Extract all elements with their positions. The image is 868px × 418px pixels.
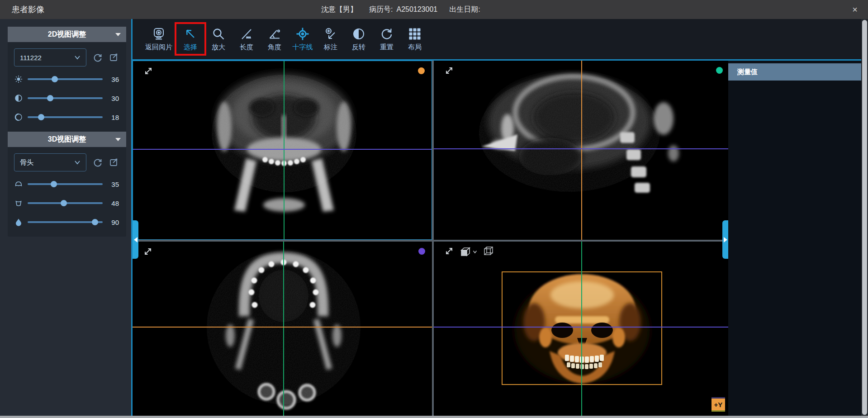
slider-handle[interactable] xyxy=(92,219,98,225)
shell-value: 35 xyxy=(107,180,119,188)
toolbar-reset[interactable]: 重置 xyxy=(374,27,399,52)
patient-info: 沈意【男】 病历号: A250123001 出生日期: xyxy=(321,0,480,19)
crosshair-horizontal-line[interactable] xyxy=(133,149,432,150)
viewport-grid: +Y xyxy=(133,61,728,418)
toolbar-select[interactable]: 选择 xyxy=(178,27,203,52)
collapse-measure-tab[interactable] xyxy=(722,220,728,259)
chevron-down-icon xyxy=(74,160,81,165)
angle-protractor-icon xyxy=(268,27,281,41)
slice-color-dot xyxy=(418,67,425,74)
invert-contrast-icon xyxy=(352,27,365,41)
scrollbar[interactable] xyxy=(861,19,868,416)
chevron-down-icon xyxy=(74,55,81,60)
preset-select-2d[interactable]: 111222 xyxy=(14,48,86,66)
scrollbar-thumb[interactable] xyxy=(862,20,867,415)
gamma-value: 18 xyxy=(107,114,119,121)
measurement-panel: 测量值 xyxy=(728,61,861,418)
crosshair-vertical-line[interactable] xyxy=(283,242,284,418)
toolbar-crosshair[interactable]: 十字线 xyxy=(290,27,315,52)
crosshair-horizontal-line[interactable] xyxy=(133,327,432,328)
brightness-slider-row: 36 xyxy=(14,73,119,86)
adjust-panels: 2D视图调整 111222 xyxy=(8,27,126,237)
contrast-slider-row: 30 xyxy=(14,92,119,104)
crosshair-horizontal-line[interactable] xyxy=(434,327,728,328)
quadrant-3d-volume[interactable]: +Y xyxy=(434,242,728,418)
brightness-icon xyxy=(14,75,23,83)
quadrant-divider-horizontal xyxy=(133,240,728,242)
preset-select-3d[interactable]: 骨头 xyxy=(14,153,86,171)
window-title: 患者影像 xyxy=(12,0,44,19)
quadrant-axial[interactable] xyxy=(133,242,432,418)
reset-icon[interactable] xyxy=(93,157,103,167)
toolbar: 返回阅片 选择 放大 长度 角度 十字线 标注 反转 xyxy=(133,19,868,61)
reset-arrow-icon xyxy=(380,27,394,41)
contrast-slider[interactable] xyxy=(28,97,103,99)
gamma-slider[interactable] xyxy=(28,116,103,118)
toolbar-return-viewer[interactable]: 返回阅片 xyxy=(142,27,175,52)
toolbar-layout[interactable]: 布局 xyxy=(402,27,427,52)
gamma-icon xyxy=(14,113,23,121)
bucket-slider-row: 48 xyxy=(14,197,119,209)
patient-name: 沈意【男】 xyxy=(321,5,357,14)
bucket-value: 48 xyxy=(107,200,119,207)
panel-header-2d[interactable]: 2D视图调整 xyxy=(8,27,126,42)
slider-handle[interactable] xyxy=(38,114,44,120)
cursor-select-icon xyxy=(184,27,197,41)
quadrant-sagittal[interactable] xyxy=(434,61,728,240)
crosshair-vertical-line[interactable] xyxy=(581,61,582,240)
cube-solid-icon[interactable] xyxy=(459,246,477,258)
opacity-slider[interactable] xyxy=(28,221,103,223)
left-sidebar: 2D视图调整 111222 xyxy=(0,19,131,418)
chevron-down-icon xyxy=(115,138,121,141)
brightness-slider[interactable] xyxy=(28,78,103,80)
axis-orientation-badge[interactable]: +Y xyxy=(711,397,725,412)
crosshair-vertical-line[interactable] xyxy=(284,61,285,239)
title-bar: 患者影像 沈意【男】 病历号: A250123001 出生日期: × xyxy=(0,0,868,19)
shell-slider-row: 35 xyxy=(14,178,119,190)
toolbar-invert[interactable]: 反转 xyxy=(346,27,371,52)
record-no-value: A250123001 xyxy=(396,5,437,14)
close-button[interactable]: × xyxy=(848,0,862,19)
triangle-left-icon xyxy=(134,237,138,242)
slider-handle[interactable] xyxy=(51,181,57,187)
reset-icon[interactable] xyxy=(93,52,103,62)
crosshair-vertical-line[interactable] xyxy=(581,242,582,418)
droplet-icon xyxy=(14,218,23,226)
coronal-scan-image xyxy=(133,61,432,239)
slider-handle[interactable] xyxy=(52,76,58,82)
panel-header-3d[interactable]: 3D视图调整 xyxy=(8,132,126,147)
birth-date-label: 出生日期: xyxy=(449,5,480,14)
edit-icon[interactable] xyxy=(109,52,119,62)
toolbar-length[interactable]: 长度 xyxy=(234,27,259,52)
measurement-panel-header: 测量值 xyxy=(728,63,861,81)
expand-icon[interactable] xyxy=(144,66,153,77)
cube-wireframe-icon[interactable] xyxy=(483,245,494,259)
toolbar-annotate[interactable]: 标注 xyxy=(318,27,343,52)
toolbar-angle[interactable]: 角度 xyxy=(262,27,287,52)
collapse-sidebar-tab[interactable] xyxy=(133,220,138,259)
window-bottom-edge xyxy=(0,416,868,418)
bucket-slider[interactable] xyxy=(28,202,103,204)
slice-color-dot xyxy=(716,67,723,74)
toolbar-zoom[interactable]: 放大 xyxy=(206,27,231,52)
expand-icon[interactable] xyxy=(445,247,454,257)
panel-body-3d: 骨头 35 xyxy=(8,147,126,237)
opacity-value: 90 xyxy=(107,218,119,226)
slice-color-dot xyxy=(418,248,425,255)
slider-handle[interactable] xyxy=(61,200,67,206)
annotate-icon xyxy=(324,27,337,41)
slider-handle[interactable] xyxy=(47,95,53,101)
expand-icon[interactable] xyxy=(445,66,454,77)
expand-icon[interactable] xyxy=(143,247,152,258)
shell-icon xyxy=(14,180,23,188)
layout-grid-icon xyxy=(408,27,422,41)
bucket-icon xyxy=(14,199,23,207)
zoom-magnifier-icon xyxy=(212,27,225,41)
chevron-down-icon xyxy=(115,33,121,36)
quadrant-coronal[interactable] xyxy=(133,61,432,240)
crosshair-horizontal-line[interactable] xyxy=(434,148,728,149)
contrast-icon xyxy=(14,94,23,102)
opacity-slider-row: 90 xyxy=(14,216,119,228)
shell-slider[interactable] xyxy=(28,183,103,185)
edit-icon[interactable] xyxy=(109,157,119,167)
